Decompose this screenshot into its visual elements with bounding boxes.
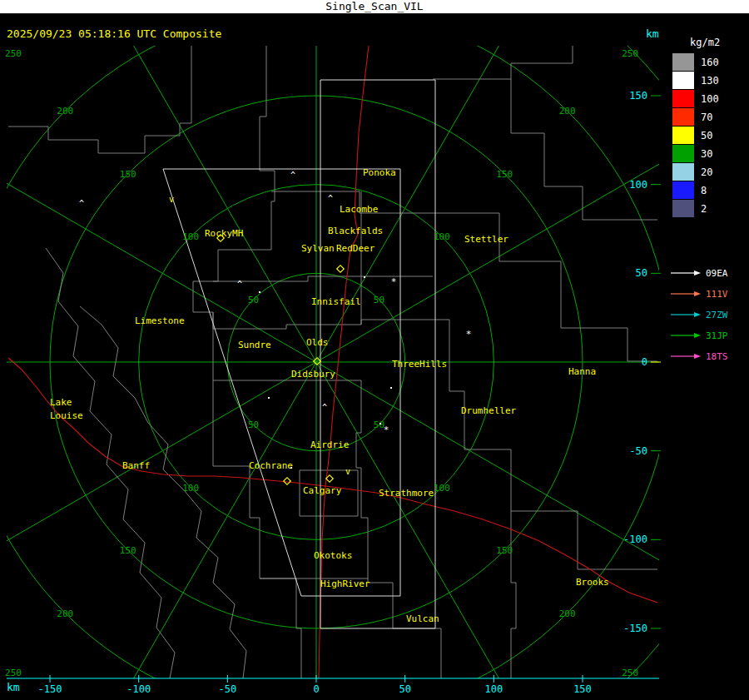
vil-legend-value: 70 <box>701 112 712 123</box>
range-radial-line <box>0 362 316 612</box>
city-label: Sundre <box>238 340 271 350</box>
radar-arrow-head-icon <box>694 333 701 338</box>
range-radial-line <box>67 362 316 700</box>
storm-motion-marker: v <box>345 467 350 476</box>
x-axis-tick-label: 50 <box>399 683 410 695</box>
vil-legend-swatch <box>672 200 694 217</box>
county-boundary-line <box>213 312 301 678</box>
map-layers <box>0 0 749 700</box>
vil-legend-swatch <box>672 53 694 71</box>
radar-map: 5050505010010010010015015015015020020020… <box>0 0 749 700</box>
range-ring-label: 250 <box>622 48 638 59</box>
town-caret-marker: ^ <box>290 171 295 180</box>
town-caret-marker: ^ <box>328 194 333 203</box>
vil-legend-value: 20 <box>701 166 712 178</box>
radar-id-label: 31JP <box>706 330 728 341</box>
city-label: Lacombe <box>340 204 378 215</box>
radar-id-label: 18TS <box>706 351 728 362</box>
town-star-marker: * <box>391 276 397 287</box>
county-boundary-line <box>511 511 516 678</box>
town-star-marker: * <box>384 424 389 435</box>
vil-legend-value: 130 <box>701 75 719 87</box>
vil-legend-value: 100 <box>701 93 719 105</box>
range-ring-label: 50 <box>374 295 384 305</box>
range-ring-label: 200 <box>559 106 576 117</box>
county-boundary-line <box>433 46 573 79</box>
range-ring-label: 250 <box>5 668 22 678</box>
city-label: Blackfalds <box>328 226 383 236</box>
city-label: Vulcan <box>406 613 439 624</box>
city-label: Cochrane <box>249 460 293 471</box>
range-ring-label: 100 <box>182 483 199 494</box>
town-caret-marker: ^ <box>237 280 242 289</box>
y-axis-tick-label: 50 <box>636 267 647 279</box>
county-boundary-line <box>213 276 433 281</box>
vil-legend-swatch <box>672 72 694 89</box>
range-ring-label: 150 <box>120 545 136 556</box>
radar-arrow-head-icon <box>694 271 701 276</box>
city-label: Ponoka <box>363 167 396 178</box>
y-axis-tick-label: 150 <box>629 90 647 102</box>
city-label: Didsbury <box>291 369 335 380</box>
county-boundary-line <box>213 320 449 329</box>
radar-id-label: 111V <box>706 289 728 300</box>
range-radial-line <box>316 362 749 612</box>
y-axis-tick-label: -50 <box>629 445 647 457</box>
vil-legend-swatch <box>672 145 694 162</box>
radar-id-label: 09EA <box>706 268 728 279</box>
storm-motion-marker: v <box>169 195 174 204</box>
vil-legend-value: 2 <box>701 203 707 215</box>
city-label: Limestone <box>135 315 185 326</box>
vil-legend-swatch <box>672 127 694 144</box>
city-label: Sylvan <box>301 243 335 254</box>
x-axis-tick-label: -100 <box>126 683 151 695</box>
county-boundary-line <box>449 320 464 449</box>
city-label: Brooks <box>576 577 609 588</box>
range-ring-label: 250 <box>622 668 638 678</box>
range-ring-label: 100 <box>434 483 450 494</box>
range-ring-label: 250 <box>5 48 22 59</box>
range-ring-label: 50 <box>248 420 259 430</box>
town-dot-marker <box>390 387 392 389</box>
vil-legend-swatch <box>672 181 694 199</box>
city-label: Hanna <box>568 366 596 377</box>
city-label: Lake <box>50 397 72 408</box>
range-ring-label: 50 <box>248 295 259 305</box>
radar-id-label: 27ZW <box>706 310 728 320</box>
town-dot-marker <box>268 397 270 399</box>
town-dot-marker <box>379 423 381 424</box>
county-boundary-line <box>260 46 275 250</box>
range-ring-label: 100 <box>434 231 450 242</box>
range-ring-label: 200 <box>57 608 73 619</box>
city-label: Airdrie <box>310 439 349 450</box>
radar-app-window: Single_Scan_VIL 2025/09/23 05:18:16 UTC … <box>0 0 749 700</box>
city-label: Innisfail <box>311 296 361 307</box>
vil-legend-swatch <box>672 90 694 107</box>
town-caret-marker: ^ <box>79 199 84 208</box>
range-ring-label: 200 <box>57 106 73 117</box>
city-label: Stettler <box>464 234 508 245</box>
radar-site-diamond-marker <box>284 478 290 484</box>
town-dot-marker <box>364 276 365 278</box>
town-star-marker: * <box>466 329 472 340</box>
x-axis-tick-label: 0 <box>313 683 319 695</box>
city-label: HighRiver <box>320 578 370 589</box>
city-label: RockyMH <box>205 228 243 239</box>
city-label: Banff <box>122 460 150 471</box>
radar-arrow-head-icon <box>694 312 701 317</box>
y-axis-tick-label: -100 <box>623 534 647 545</box>
town-caret-marker: ^ <box>322 403 327 412</box>
vil-legend-value: 8 <box>701 185 707 196</box>
city-label: ThreeHills <box>392 359 447 370</box>
city-label: Strathmore <box>379 488 434 499</box>
vil-legend-swatch <box>672 163 694 181</box>
city-label: Drumheller <box>461 405 517 416</box>
y-axis-tick-label: 0 <box>642 356 647 368</box>
town-dot-marker <box>290 467 292 469</box>
county-boundary-line <box>8 46 191 153</box>
x-axis-tick-label: -150 <box>38 683 62 695</box>
city-label: Louise <box>50 410 83 421</box>
vil-legend-swatch <box>672 108 694 126</box>
radar-site-diamond-marker <box>337 266 344 272</box>
city-label: Olds <box>306 337 329 348</box>
